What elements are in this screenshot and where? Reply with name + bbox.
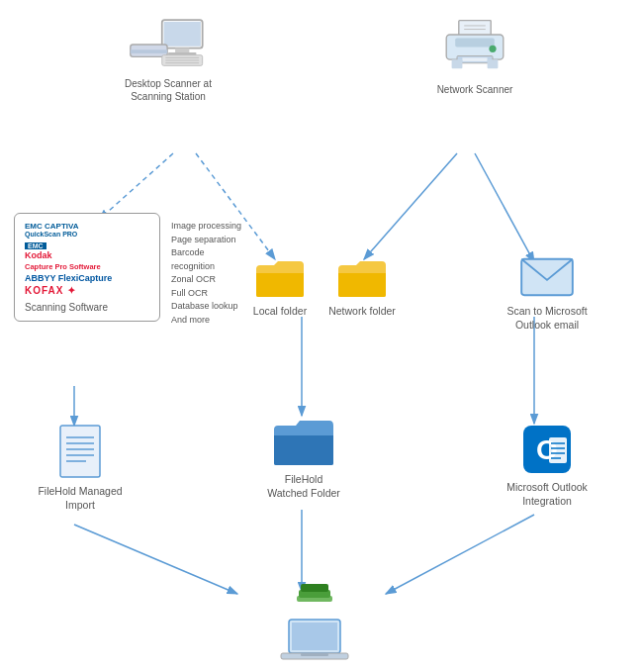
network-folder-icon (336, 257, 388, 299)
desktop-scanner-node: Desktop Scanner at Scanning Station (109, 18, 228, 103)
scan-to-email-node: Scan to MicrosoftOutlook email (493, 255, 601, 332)
svg-line-10 (386, 515, 534, 594)
feature-barcode: Barcode (171, 246, 241, 260)
desktop-scanner-icon (129, 18, 208, 71)
svg-line-8 (74, 525, 237, 594)
svg-rect-47 (301, 584, 328, 592)
feature-full-ocr: Full OCR (171, 287, 241, 301)
managed-import-label: FileHold Managed Import (36, 485, 125, 512)
local-folder-node: Local folder (245, 257, 315, 319)
svg-rect-13 (175, 48, 189, 52)
local-folder-label: Local folder (245, 305, 315, 319)
network-scanner-icon (439, 18, 510, 77)
diagram: Desktop Scanner at Scanning Station Netw… (0, 0, 643, 672)
local-folder-icon (254, 257, 306, 299)
laptop-icon (279, 616, 350, 667)
svg-rect-16 (131, 49, 167, 53)
svg-rect-32 (60, 426, 100, 477)
feature-page-sep: Page separation (171, 234, 241, 247)
scan-to-email-label: Scan to MicrosoftOutlook email (493, 305, 601, 332)
network-folder-node: Network folder (324, 257, 400, 319)
svg-rect-49 (292, 623, 337, 650)
managed-import-node: FileHold Managed Import (36, 424, 125, 512)
outlook-integration-label: Microsoft Outlook Integration (493, 481, 601, 508)
svg-line-1 (99, 153, 173, 220)
watched-folder-node: FileHoldWatched Folder (264, 416, 343, 500)
feature-zonal-ocr: Zonal OCR (171, 273, 241, 287)
svg-rect-40 (549, 437, 567, 463)
watched-folder-icon (272, 416, 335, 467)
watched-folder-label: FileHoldWatched Folder (264, 473, 343, 500)
svg-line-3 (475, 153, 534, 262)
managed-import-icon (58, 424, 102, 479)
svg-rect-29 (452, 59, 463, 68)
desktop-app-stack-icon (295, 582, 334, 610)
svg-rect-51 (301, 653, 328, 656)
desktop-scanner-label: Desktop Scanner at Scanning Station (109, 77, 228, 103)
desktop-app-node: FileHold DesktopApplication (245, 584, 384, 672)
email-icon (519, 255, 575, 299)
feature-db-lookup: Database lookup (171, 300, 241, 314)
feature-recognition: recognition (171, 260, 241, 274)
network-scanner-node: Network Scanner (415, 18, 534, 96)
network-folder-label: Network folder (324, 305, 400, 319)
scanning-software-box: EMC CAPTIVA QuickScan PRO EMC Kodak Capt… (14, 213, 160, 322)
features-list: Image processing Page separation Barcode… (163, 220, 241, 327)
svg-rect-25 (455, 39, 495, 48)
svg-rect-28 (462, 57, 487, 61)
svg-point-26 (489, 46, 496, 52)
feature-and-more: And more (171, 314, 241, 328)
feature-image-processing: Image processing (171, 220, 241, 234)
svg-rect-12 (164, 22, 201, 47)
outlook-integration-node: O Microsoft Outlook Integration (493, 424, 601, 508)
scanning-software-label: Scanning Software (25, 302, 149, 313)
svg-line-4 (364, 153, 457, 259)
connector-lines (0, 0, 643, 672)
outlook-icon: O (521, 424, 573, 475)
network-scanner-label: Network Scanner (415, 83, 534, 96)
svg-rect-30 (488, 59, 499, 68)
